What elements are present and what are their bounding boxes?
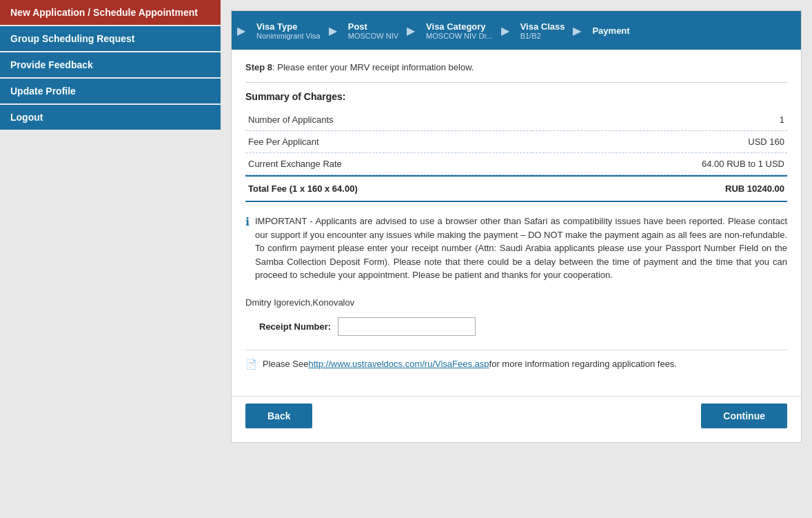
step-sublabel-visa-class: B1/B2 [520, 32, 565, 40]
charge-label: Current Exchange Rate [245, 153, 532, 175]
content-box: ▶Visa TypeNonimmigrant Visa▶PostMOSCOW N… [231, 10, 802, 443]
step-label-payment: Payment [592, 26, 629, 36]
step-bar: ▶Visa TypeNonimmigrant Visa▶PostMOSCOW N… [232, 11, 801, 50]
step-label-visa-category: Visa Category [426, 21, 493, 32]
bottom-buttons: Back Continue [232, 396, 801, 442]
fee-link-prefix: Please See [263, 359, 309, 369]
charge-label: Number of Applicants [245, 109, 532, 131]
step-payment: Payment [582, 20, 636, 41]
important-text: IMPORTANT - Applicants are advised to us… [255, 215, 787, 282]
summary-title: Summary of Charges: [245, 91, 787, 102]
document-icon: 📄 [245, 359, 257, 370]
step-arrow-lead: ▶ [237, 24, 245, 37]
charge-value: 64.00 RUB to 1 USD [532, 153, 787, 175]
step-arrow-2: ▶ [407, 24, 415, 37]
sidebar-item-group-scheduling[interactable]: Group Scheduling Request [0, 26, 221, 51]
step-visa-class: Visa ClassB1/B2 [511, 16, 572, 46]
step-post: PostMOSCOW NIV [338, 16, 405, 46]
table-row: Current Exchange Rate64.00 RUB to 1 USD [245, 153, 787, 175]
sidebar-item-logout[interactable]: Logout [0, 105, 221, 130]
table-row: Number of Applicants1 [245, 109, 787, 131]
fee-link-row: 📄 Please See http://www.ustraveldocs.com… [245, 350, 787, 370]
step-number: Step 8 [245, 62, 272, 72]
total-row: Total Fee (1 x 160 x 64.00) RUB 10240.00 [245, 175, 787, 202]
info-icon: ℹ [245, 215, 250, 228]
receipt-input[interactable] [338, 317, 476, 336]
step-arrow-1: ▶ [329, 24, 337, 37]
charge-label: Fee Per Applicant [245, 131, 532, 153]
step-arrow-4: ▶ [573, 24, 581, 37]
charge-value: USD 160 [532, 131, 787, 153]
total-label: Total Fee (1 x 160 x 64.00) [248, 183, 358, 194]
table-row: Fee Per ApplicantUSD 160 [245, 131, 787, 153]
step-label-visa-type: Visa Type [256, 21, 321, 32]
sidebar-item-new-application[interactable]: New Application / Schedule Appointment [0, 0, 221, 25]
main-content: ▶Visa TypeNonimmigrant Visa▶PostMOSCOW N… [221, 0, 812, 518]
step-sublabel-visa-type: Nonimmigrant Visa [256, 32, 321, 40]
step-instruction: Step 8: Please enter your MRV receipt in… [245, 62, 787, 72]
step-text: : Please enter your MRV receipt informat… [272, 62, 474, 72]
step-label-post: Post [348, 21, 398, 32]
step-label-visa-class: Visa Class [520, 21, 565, 32]
step-arrow-3: ▶ [501, 24, 509, 37]
divider-top [245, 82, 787, 83]
applicant-name: Dmitry Igorevich,Konovalov [245, 295, 787, 310]
back-button[interactable]: Back [245, 404, 312, 428]
sidebar-item-update-profile[interactable]: Update Profile [0, 79, 221, 103]
charge-value: 1 [532, 109, 787, 131]
fee-link[interactable]: http://www.ustraveldocs.com/ru/VisaFees.… [309, 359, 489, 369]
step-visa-category: Visa CategoryMOSCOW NIV Dr... [416, 16, 500, 46]
continue-button[interactable]: Continue [701, 404, 787, 428]
receipt-label: Receipt Number: [259, 321, 331, 332]
important-box: ℹ IMPORTANT - Applicants are advised to … [245, 212, 787, 285]
sidebar: New Application / Schedule AppointmentGr… [0, 0, 221, 518]
sidebar-item-provide-feedback[interactable]: Provide Feedback [0, 52, 221, 77]
total-value: RUB 10240.00 [725, 183, 784, 194]
step-sublabel-post: MOSCOW NIV [348, 32, 398, 40]
step-visa-type: Visa TypeNonimmigrant Visa [247, 16, 327, 46]
fee-link-suffix: for more information regarding applicati… [489, 359, 677, 369]
receipt-row: Receipt Number: [245, 317, 787, 336]
step-sublabel-visa-category: MOSCOW NIV Dr... [426, 32, 493, 40]
content-inner: Step 8: Please enter your MRV receipt in… [232, 50, 801, 396]
charges-table: Number of Applicants1Fee Per ApplicantUS… [245, 109, 787, 175]
